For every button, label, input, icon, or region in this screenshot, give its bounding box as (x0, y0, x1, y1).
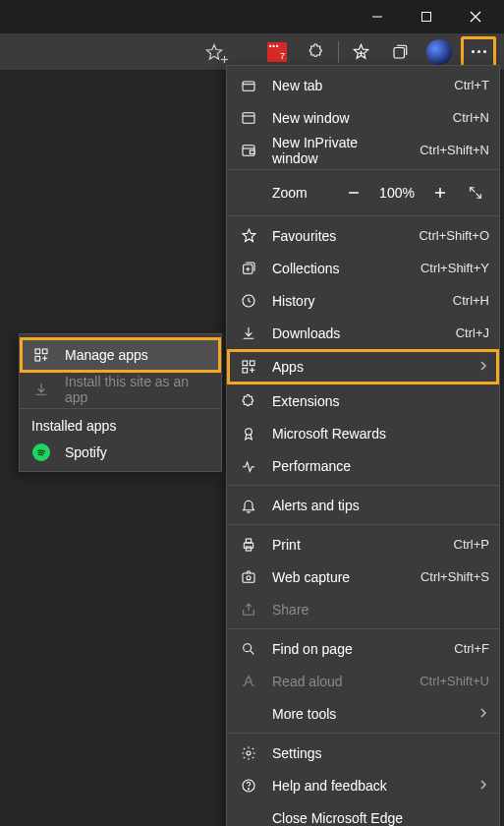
more-button[interactable] (461, 36, 496, 68)
installed-app-spotify[interactable]: Spotify (20, 436, 221, 468)
menu-item-label: More tools (272, 706, 460, 722)
chevron-right-icon (474, 359, 489, 375)
fullscreen-button[interactable] (462, 179, 489, 206)
menu-alerts[interactable]: Alerts and tips (227, 489, 499, 521)
svg-rect-12 (243, 112, 254, 123)
menu-collections[interactable]: Collections Ctrl+Shift+Y (227, 252, 499, 284)
menu-item-label: New InPrivate window (272, 135, 406, 166)
menu-item-label: Read aloud (272, 674, 406, 689)
apps-submenu: Manage apps Install this site as an app … (19, 333, 222, 472)
submenu-section-header: Installed apps (20, 412, 221, 436)
profile-avatar[interactable] (421, 36, 457, 68)
menu-item-label: Apps (272, 359, 460, 375)
menu-item-shortcut: Ctrl+N (453, 110, 489, 125)
menu-apps[interactable]: Apps (227, 349, 499, 384)
menu-extensions[interactable]: Extensions (227, 384, 499, 417)
chevron-right-icon (474, 778, 489, 794)
svg-point-26 (246, 428, 252, 435)
svg-rect-23 (243, 361, 248, 366)
menu-item-label: New tab (272, 78, 440, 93)
submenu-manage-apps[interactable]: Manage apps (20, 337, 221, 373)
menu-favourites[interactable]: Favourites Ctrl+Shift+O (227, 219, 499, 252)
svg-rect-11 (243, 82, 254, 90)
svg-point-33 (247, 751, 251, 755)
zoom-out-button[interactable] (340, 179, 367, 206)
rewards-icon (239, 424, 258, 443)
menu-web-capture[interactable]: Web capture Ctrl+Shift+S (227, 560, 499, 593)
collections-icon[interactable] (382, 36, 418, 68)
minimize-button[interactable] (363, 2, 392, 31)
menu-new-window[interactable]: New window Ctrl+N (227, 101, 499, 134)
add-favourite-icon[interactable] (196, 36, 232, 68)
share-icon (239, 600, 258, 620)
zoom-label: Zoom (272, 185, 332, 201)
menu-close-edge[interactable]: Close Microsoft Edge (227, 801, 499, 826)
svg-point-31 (247, 575, 251, 579)
download-icon (31, 380, 51, 399)
menu-print[interactable]: Print Ctrl+P (227, 528, 499, 560)
menu-microsoft-rewards[interactable]: Microsoft Rewards (227, 417, 499, 449)
menu-item-shortcut: Ctrl+T (454, 78, 489, 92)
extensions-icon[interactable] (299, 36, 334, 68)
tab-icon (239, 76, 258, 95)
menu-new-tab[interactable]: New tab Ctrl+T (227, 69, 499, 101)
menu-new-inprivate[interactable]: New InPrivate window Ctrl+Shift+N (227, 134, 499, 166)
menu-item-label: Close Microsoft Edge (272, 810, 489, 826)
maximize-button[interactable] (412, 2, 441, 31)
svg-rect-30 (243, 573, 254, 582)
menu-item-label: Favourites (272, 228, 405, 244)
menu-separator (227, 628, 499, 629)
svg-point-32 (244, 643, 252, 651)
menu-item-label: Settings (272, 745, 489, 761)
search-icon (239, 639, 258, 659)
blank-icon (239, 704, 258, 724)
menu-item-shortcut: Ctrl+F (454, 641, 489, 656)
svg-rect-36 (35, 349, 40, 354)
extension-badge[interactable]: ■ ■ ■7 (259, 36, 295, 68)
submenu-install-site: Install this site as an app (20, 373, 221, 405)
menu-item-label: Spotify (65, 444, 107, 460)
svg-rect-10 (394, 47, 405, 58)
svg-rect-38 (35, 356, 40, 361)
menu-item-label: Extensions (272, 393, 489, 409)
zoom-value: 100% (375, 185, 419, 201)
favourites-icon[interactable] (343, 36, 378, 68)
menu-help[interactable]: Help and feedback (227, 769, 499, 801)
menu-item-shortcut: Ctrl+Shift+U (420, 674, 489, 688)
menu-share: Share (227, 593, 499, 625)
svg-rect-25 (243, 368, 248, 373)
menu-item-shortcut: Ctrl+H (453, 293, 489, 308)
menu-item-label: History (272, 293, 439, 309)
menu-item-label: Help and feedback (272, 778, 460, 794)
menu-item-label: Web capture (272, 569, 407, 585)
svg-rect-24 (250, 361, 254, 366)
svg-rect-14 (250, 150, 254, 153)
menu-separator (227, 733, 499, 734)
menu-settings[interactable]: Settings (227, 737, 499, 769)
zoom-in-button[interactable] (426, 179, 454, 206)
menu-find[interactable]: Find on page Ctrl+F (227, 632, 499, 665)
extension-badge-count: 7 (280, 51, 285, 61)
menu-performance[interactable]: Performance (227, 449, 499, 482)
download-icon (239, 324, 258, 343)
capture-icon (239, 567, 258, 587)
menu-read-aloud: Read aloud Ctrl+Shift+U (227, 665, 499, 697)
menu-item-shortcut: Ctrl+J (456, 325, 489, 340)
spotify-icon (31, 442, 51, 462)
menu-item-shortcut: Ctrl+Shift+O (419, 228, 489, 243)
gear-icon (239, 743, 258, 763)
menu-history[interactable]: History Ctrl+H (227, 284, 499, 317)
menu-downloads[interactable]: Downloads Ctrl+J (227, 317, 499, 349)
puzzle-icon (239, 391, 258, 411)
help-icon (239, 776, 258, 796)
apps-icon (239, 357, 258, 377)
svg-rect-37 (42, 349, 47, 354)
menu-item-label: Downloads (272, 325, 442, 341)
menu-separator (227, 169, 499, 170)
menu-more-tools[interactable]: More tools (227, 697, 499, 730)
menu-item-label: New window (272, 110, 439, 126)
star-icon (239, 226, 258, 246)
svg-marker-18 (243, 229, 255, 241)
menu-zoom: Zoom 100% (227, 173, 499, 212)
close-window-button[interactable] (461, 2, 490, 31)
